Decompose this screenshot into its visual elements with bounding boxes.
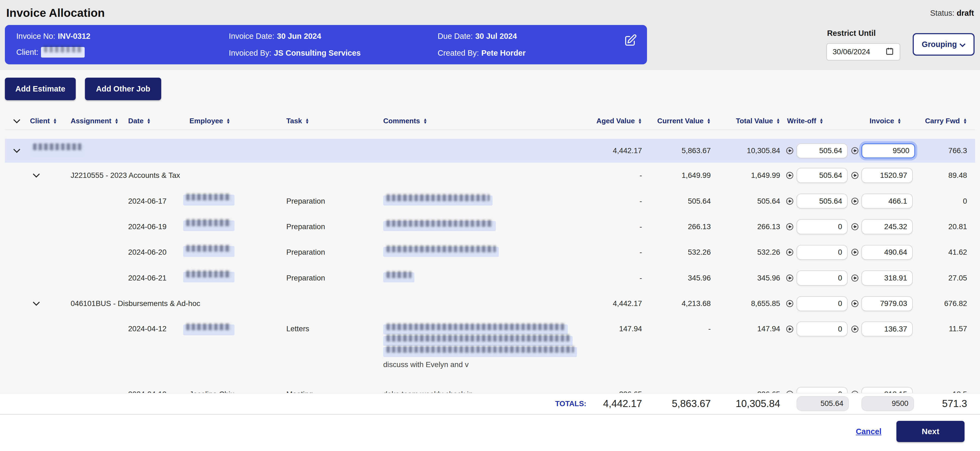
table-row-client: 4,442.17 5,863.67 10,305.84 766.3 [5, 139, 975, 163]
add-estimate-button[interactable]: Add Estimate [5, 78, 75, 100]
apply-invoice-icon[interactable] [851, 248, 859, 256]
writeoff-input[interactable] [797, 322, 848, 336]
sort-icon: ▲▼ [305, 118, 309, 124]
edit-invoice-icon[interactable] [624, 33, 637, 50]
apply-invoice-icon[interactable] [851, 223, 859, 231]
comment-redacted [383, 325, 568, 335]
chevron-down-icon[interactable] [30, 173, 71, 178]
apply-invoice-icon[interactable] [851, 300, 859, 308]
table-body: 4,442.17 5,863.67 10,305.84 766.3 J22105… [5, 131, 975, 393]
sort-icon: ▲▼ [638, 118, 642, 124]
cancel-button[interactable]: Cancel [856, 427, 881, 436]
comment-text: deke team weekly check in [383, 390, 587, 393]
sort-icon: ▲▼ [147, 118, 151, 124]
employee-name-redacted [183, 246, 234, 257]
column-header-total-value[interactable]: Total Value▲▼ [716, 117, 786, 125]
aged-value: - [587, 197, 648, 206]
aged-value: 236.65 [587, 390, 648, 393]
column-header-write-off[interactable]: Write-off▲▼ [786, 117, 851, 125]
column-header-employee[interactable]: Employee▲▼ [189, 117, 286, 125]
restrict-until-date-value: 30/06/2024 [833, 48, 885, 56]
chevron-down-icon[interactable] [5, 148, 30, 153]
writeoff-input[interactable] [797, 219, 848, 234]
restrict-until-date-input[interactable]: 30/06/2024 [826, 43, 900, 61]
apply-writeoff-icon[interactable] [786, 300, 794, 308]
next-button[interactable]: Next [896, 421, 964, 442]
writeoff-input[interactable] [797, 168, 848, 183]
totals-label: TOTALS: [5, 399, 598, 408]
grouping-button[interactable]: Grouping [913, 33, 975, 56]
invoice-no-value: INV-0312 [58, 32, 91, 41]
apply-writeoff-icon[interactable] [786, 248, 794, 256]
writeoff-input[interactable] [797, 296, 848, 311]
column-header-aged-value[interactable]: Aged Value▲▼ [587, 117, 648, 125]
apply-writeoff-icon[interactable] [786, 390, 794, 393]
apply-writeoff-icon[interactable] [786, 325, 794, 333]
invoice-date-label: Invoice Date: [229, 32, 274, 41]
invoice-input[interactable] [861, 143, 915, 158]
invoice-input[interactable] [861, 194, 913, 209]
apply-invoice-icon[interactable] [851, 325, 859, 333]
invoice-no-label: Invoice No: [16, 32, 56, 41]
table-row-entry: 2024-06-17 Preparation - 505.64 505.64 0 [5, 188, 975, 214]
entry-task: Meeting [286, 390, 383, 393]
carry-fwd-value: 18.5 [916, 390, 975, 393]
column-header-comments[interactable]: Comments▲▼ [383, 117, 587, 125]
created-by-value: Pete Horder [482, 49, 526, 57]
chevron-down-icon[interactable] [30, 301, 71, 306]
writeoff-input[interactable] [797, 271, 848, 285]
invoice-input[interactable] [861, 245, 913, 260]
apply-writeoff-icon[interactable] [786, 197, 794, 205]
apply-writeoff-icon[interactable] [786, 274, 794, 282]
total-value: 10,305.84 [716, 147, 786, 155]
apply-invoice-icon[interactable] [851, 274, 859, 282]
column-header-assignment[interactable]: Assignment▲▼ [70, 117, 128, 125]
invoice-input[interactable] [861, 168, 913, 183]
apply-invoice-icon[interactable] [851, 390, 859, 393]
entry-task: Letters [286, 317, 383, 333]
column-header-task[interactable]: Task▲▼ [286, 117, 383, 125]
writeoff-input[interactable] [797, 194, 848, 209]
apply-invoice-icon[interactable] [851, 197, 859, 205]
apply-invoice-icon[interactable] [851, 147, 859, 155]
apply-writeoff-icon[interactable] [786, 223, 794, 231]
column-header-client[interactable]: Client▲▼ [30, 117, 71, 125]
grouping-label: Grouping [922, 40, 957, 49]
comment-text: discuss with Evelyn and v [383, 359, 587, 369]
column-header-current-value[interactable]: Current Value▲▼ [648, 117, 716, 125]
carry-fwd-value: 766.3 [916, 147, 975, 155]
writeoff-input[interactable] [797, 387, 848, 393]
aged-value: 4,442.17 [587, 299, 648, 308]
entry-date: 2024-06-17 [128, 197, 189, 206]
invoiced-by-label: Invoiced By: [229, 49, 271, 57]
column-header-date[interactable]: Date▲▼ [128, 117, 189, 125]
current-value: 4,213.68 [648, 299, 716, 308]
add-other-job-button[interactable]: Add Other Job [85, 78, 161, 100]
carry-fwd-value: 676.82 [916, 299, 975, 308]
apply-writeoff-icon[interactable] [786, 147, 794, 155]
invoice-input[interactable] [861, 271, 913, 285]
current-value: 5,863.67 [648, 147, 716, 155]
entry-date: 2024-06-21 [128, 274, 189, 282]
calendar-icon[interactable] [885, 47, 894, 57]
collapse-all-chevron-icon[interactable] [5, 119, 30, 123]
invoice-input[interactable] [861, 322, 913, 336]
invoice-input[interactable] [861, 219, 913, 234]
apply-writeoff-icon[interactable] [786, 171, 794, 180]
page-title: Invoice Allocation [6, 6, 105, 19]
invoiced-by-value: JS Consulting Services [274, 49, 361, 57]
column-header-carry-fwd[interactable]: Carry Fwd▲▼ [916, 117, 975, 125]
total-value: 147.94 [716, 317, 786, 333]
writeoff-input[interactable] [797, 143, 848, 158]
invoice-input[interactable] [861, 296, 913, 311]
table-row-entry: 2024-06-20 Preparation - 532.26 532.26 4… [5, 239, 975, 265]
client-label: Client: [16, 48, 38, 57]
comment-redacted [383, 273, 414, 282]
column-header-invoice[interactable]: Invoice▲▼ [851, 117, 916, 125]
writeoff-input[interactable] [797, 245, 848, 260]
assignment-label: 046101BUS - Disbursements & Ad-hoc [70, 299, 586, 308]
carry-fwd-value: 41.62 [916, 248, 975, 257]
apply-invoice-icon[interactable] [851, 171, 859, 180]
sort-icon: ▲▼ [776, 118, 780, 124]
invoice-input[interactable] [861, 387, 913, 393]
